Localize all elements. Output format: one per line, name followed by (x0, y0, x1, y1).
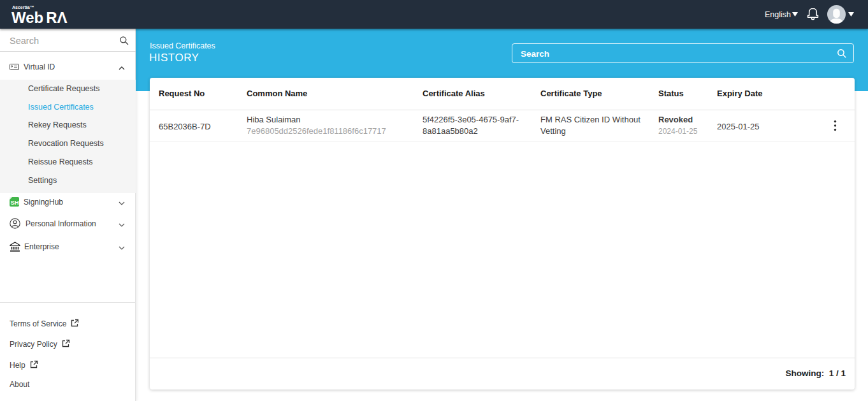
svg-text:SH: SH (10, 199, 18, 206)
